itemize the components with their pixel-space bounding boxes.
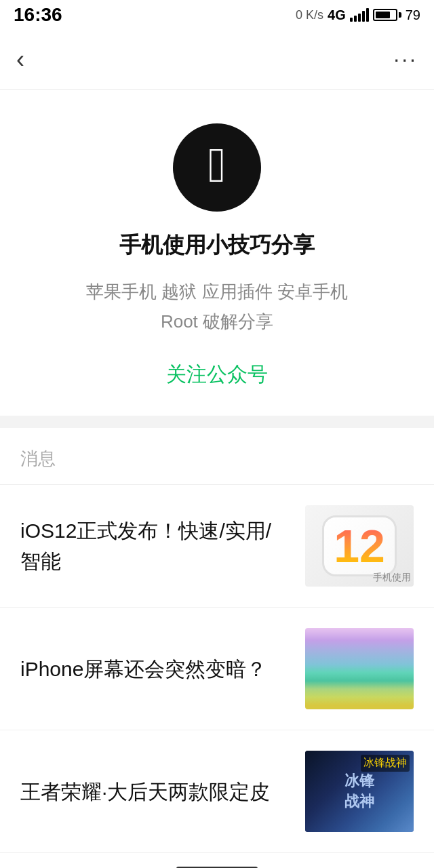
article-title: iPhone屏幕还会突然变暗？ xyxy=(20,654,292,684)
desc-line2: Root 破解分享 xyxy=(161,311,273,332)
profile-section:  手机使用小技巧分享 苹果手机 越狱 应用插件 安卓手机 Root 破解分享 … xyxy=(0,90,434,416)
article-title: 王者荣耀·大后天两款限定皮 xyxy=(20,776,292,807)
network-speed: 0 K/s xyxy=(296,8,323,22)
nav-bar: ‹ ··· xyxy=(0,30,434,90)
home-indicator xyxy=(0,853,434,868)
back-button[interactable]: ‹ xyxy=(16,45,49,74)
list-item[interactable]: iOS12正式发布！快速/实用/智能 12 手机使用 xyxy=(0,485,434,608)
article-thumbnail xyxy=(305,628,414,709)
messages-header: 消息 xyxy=(0,428,434,485)
signal-icon xyxy=(350,8,369,22)
profile-name: 手机使用小技巧分享 xyxy=(119,231,315,260)
network-type: 4G xyxy=(328,7,346,23)
status-right: 0 K/s 4G 79 xyxy=(296,7,420,23)
article-title: iOS12正式发布！快速/实用/智能 xyxy=(20,515,292,576)
article-thumbnail: 12 手机使用 xyxy=(305,505,414,587)
battery-percent: 79 xyxy=(406,7,420,23)
profile-description: 苹果手机 越狱 应用插件 安卓手机 Root 破解分享 xyxy=(86,277,348,336)
wangzhe-badge: 冰锋战神 xyxy=(361,755,410,772)
apple-logo-icon:  xyxy=(208,140,226,189)
desc-line1: 苹果手机 越狱 应用插件 安卓手机 xyxy=(86,281,348,302)
battery-icon xyxy=(373,9,401,21)
list-item[interactable]: iPhone屏幕还会突然变暗？ xyxy=(0,608,434,730)
messages-section: 消息 iOS12正式发布！快速/实用/智能 12 手机使用 iPhone屏幕还会… xyxy=(0,428,434,853)
avatar:  xyxy=(173,123,261,212)
status-time: 16:36 xyxy=(14,4,62,26)
watermark-label: 手机使用 xyxy=(373,572,411,584)
article-thumbnail: 冰锋战神 冰锋战神 xyxy=(305,751,414,832)
section-divider xyxy=(0,416,434,428)
more-button[interactable]: ··· xyxy=(393,47,418,72)
list-item[interactable]: 王者荣耀·大后天两款限定皮 冰锋战神 冰锋战神 xyxy=(0,730,434,853)
status-bar: 16:36 0 K/s 4G 79 xyxy=(0,0,434,30)
follow-button[interactable]: 关注公众号 xyxy=(166,361,268,389)
